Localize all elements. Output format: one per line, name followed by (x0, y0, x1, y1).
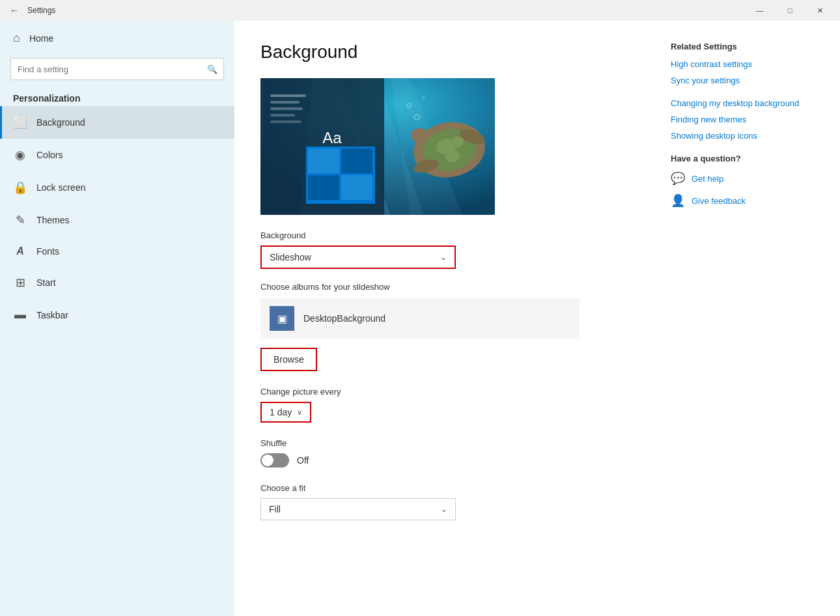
svg-point-19 (450, 135, 464, 148)
get-help-icon: 💬 (671, 171, 685, 186)
album-name: DesktopBackground (303, 313, 385, 324)
sidebar-lock-label: Lock screen (36, 182, 85, 193)
svg-point-24 (414, 115, 419, 120)
window-controls: — □ ✕ (745, 0, 835, 21)
svg-marker-2 (352, 78, 423, 215)
svg-point-17 (419, 124, 480, 175)
sidebar: ⌂ Home 🔍 Personalization ⬜ Background ◉ … (0, 21, 234, 616)
sidebar-item-start[interactable]: ⊞ Start (0, 266, 234, 299)
background-dropdown-label: Background (260, 231, 645, 240)
background-type-dropdown[interactable]: Slideshow ⌄ (260, 245, 456, 269)
svg-point-21 (411, 128, 429, 143)
fonts-icon: A (13, 245, 27, 257)
titlebar: ← Settings — □ ✕ (0, 0, 840, 21)
svg-point-16 (410, 117, 490, 183)
sidebar-background-label: Background (36, 117, 85, 128)
minimize-button[interactable]: — (745, 0, 775, 21)
right-panel: Related Settings High contrast settings … (671, 42, 814, 595)
preview-background: Aa (260, 78, 495, 215)
svg-marker-1 (300, 78, 391, 215)
sidebar-colors-label: Colors (36, 150, 63, 160)
have-question-label: Have a question? (671, 154, 814, 163)
home-icon: ⌂ (13, 31, 20, 45)
changing-bg-link[interactable]: Changing my desktop background (671, 98, 814, 108)
album-icon-symbol: ▣ (277, 313, 287, 325)
dropdown-arrow-icon: ⌄ (440, 253, 447, 262)
home-label: Home (29, 33, 53, 44)
svg-rect-6 (270, 101, 300, 104)
lock-icon: 🔒 (13, 180, 27, 195)
svg-rect-7 (270, 107, 303, 110)
give-feedback-icon: 👤 (671, 193, 685, 208)
svg-rect-11 (308, 148, 339, 173)
background-preview: Aa (260, 78, 495, 215)
back-button[interactable]: ← (5, 1, 23, 20)
sidebar-item-taskbar[interactable]: ▬ Taskbar (0, 299, 234, 331)
svg-point-23 (412, 157, 440, 175)
sidebar-start-label: Start (36, 277, 56, 288)
svg-text:Aa: Aa (322, 129, 342, 147)
sidebar-item-themes[interactable]: ✎ Themes (0, 204, 234, 236)
colors-icon: ◉ (13, 148, 27, 162)
search-input[interactable] (10, 58, 224, 80)
svg-point-18 (435, 137, 457, 156)
sidebar-item-lock-screen[interactable]: 🔒 Lock screen (0, 171, 234, 204)
themes-icon: ✎ (13, 213, 27, 227)
svg-rect-9 (270, 120, 301, 123)
change-picture-label: Change picture every (260, 387, 645, 397)
svg-rect-8 (270, 114, 295, 117)
sidebar-taskbar-label: Taskbar (36, 310, 68, 320)
svg-point-20 (445, 149, 461, 163)
sidebar-item-background[interactable]: ⬜ Background (0, 106, 234, 139)
high-contrast-link[interactable]: High contrast settings (671, 59, 814, 69)
app-body: ⌂ Home 🔍 Personalization ⬜ Background ◉ … (0, 21, 840, 616)
page-title: Background (260, 42, 645, 63)
fit-label: Choose a fit (260, 483, 645, 493)
svg-rect-5 (270, 94, 306, 97)
sidebar-home-button[interactable]: ⌂ Home (0, 21, 234, 55)
svg-rect-13 (308, 175, 339, 200)
taskbar-icon: ▬ (13, 308, 27, 322)
toggle-knob (262, 455, 273, 466)
light-rays-svg: Aa (260, 78, 495, 215)
sync-settings-link[interactable]: Sync your settings (671, 76, 814, 85)
app-title: Settings (27, 6, 745, 15)
give-feedback-item[interactable]: 👤 Give feedback (671, 193, 814, 208)
dropdown-value: Slideshow (270, 252, 311, 262)
close-button[interactable]: ✕ (805, 0, 835, 21)
svg-point-22 (458, 126, 486, 147)
fit-arrow-icon: ⌄ (441, 505, 447, 514)
finding-themes-link[interactable]: Finding new themes (671, 115, 814, 124)
give-feedback-link[interactable]: Give feedback (692, 196, 746, 206)
search-container: 🔍 (10, 58, 224, 80)
shuffle-label: Shuffle (260, 438, 645, 448)
maximize-button[interactable]: □ (775, 0, 805, 21)
fit-value: Fill (269, 504, 281, 514)
sidebar-item-colors[interactable]: ◉ Colors (0, 139, 234, 171)
start-icon: ⊞ (13, 275, 27, 290)
sidebar-item-fonts[interactable]: A Fonts (0, 236, 234, 266)
content-area: Background (234, 21, 840, 616)
search-icon: 🔍 (207, 64, 217, 74)
get-help-link[interactable]: Get help (692, 174, 723, 184)
get-help-item[interactable]: 💬 Get help (671, 171, 814, 186)
main-content: Background (260, 42, 645, 595)
shuffle-toggle[interactable] (260, 453, 289, 468)
sidebar-fonts-label: Fonts (36, 246, 59, 257)
svg-rect-10 (306, 147, 375, 204)
sidebar-section-title: Personalization (0, 88, 234, 106)
svg-point-26 (422, 96, 425, 99)
browse-button[interactable]: Browse (260, 348, 317, 371)
showing-icons-link[interactable]: Showing desktop icons (671, 131, 814, 141)
background-icon: ⬜ (13, 115, 27, 130)
svg-rect-14 (341, 175, 372, 200)
fit-dropdown[interactable]: Fill ⌄ (260, 498, 456, 520)
svg-point-25 (407, 104, 411, 107)
shuffle-toggle-state: Off (297, 455, 309, 466)
change-picture-value: 1 day (270, 407, 292, 417)
change-picture-dropdown[interactable]: 1 day ∨ (260, 402, 311, 423)
svg-rect-12 (341, 148, 372, 173)
album-item[interactable]: ▣ DesktopBackground (260, 298, 580, 339)
change-picture-arrow: ∨ (297, 408, 302, 417)
shuffle-toggle-row: Off (260, 453, 645, 468)
